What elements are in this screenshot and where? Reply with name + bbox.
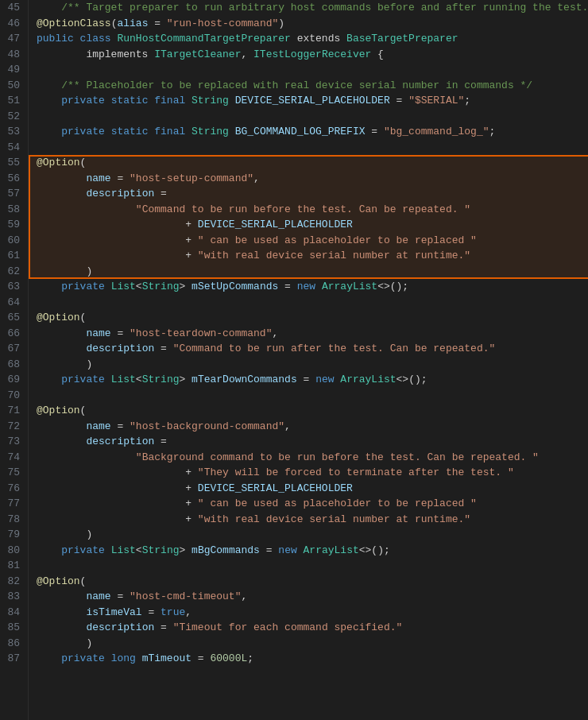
line-number: 57 [5, 186, 20, 202]
code-line: + "with real device serial number at run… [29, 248, 588, 264]
code-line: description = [37, 434, 588, 450]
line-number: 78 [5, 512, 20, 528]
line-number: 51 [5, 93, 20, 109]
line-number: 45 [5, 0, 20, 16]
code-editor: 4546474849505152535455565758596061626364… [0, 0, 588, 720]
line-number: 53 [5, 124, 20, 140]
line-numbers: 4546474849505152535455565758596061626364… [0, 0, 29, 720]
code-line: implements ITargetCleaner, ITestLoggerRe… [37, 47, 588, 63]
code-line: + "with real device serial number at run… [37, 512, 588, 528]
line-number: 72 [5, 419, 20, 435]
line-number: 48 [5, 47, 20, 63]
code-line: @Option( [37, 574, 588, 590]
line-number: 49 [5, 62, 20, 78]
line-number: 47 [5, 31, 20, 47]
line-number: 71 [5, 403, 20, 419]
code-line: ) [37, 357, 588, 373]
line-number: 77 [5, 496, 20, 512]
code-line: + DEVICE_SERIAL_PLACEHOLDER [37, 481, 588, 497]
code-line: name = "host-setup-command", [29, 171, 588, 187]
line-number: 86 [5, 636, 20, 652]
line-number: 75 [5, 465, 20, 481]
line-number: 67 [5, 341, 20, 357]
code-line: public class RunHostCommandTargetPrepare… [37, 31, 588, 47]
line-number: 52 [5, 109, 20, 125]
code-line: description = [29, 186, 588, 202]
line-number: 46 [5, 16, 20, 32]
code-line: @Option( [37, 310, 588, 326]
line-number: 56 [5, 171, 20, 187]
line-number: 74 [5, 450, 20, 466]
code-line: description = "Timeout for each command … [37, 620, 588, 636]
line-number: 70 [5, 388, 20, 404]
code-content[interactable]: /** Target preparer to run arbitrary hos… [29, 0, 588, 720]
code-line: private static final String DEVICE_SERIA… [37, 93, 588, 109]
code-line: + DEVICE_SERIAL_PLACEHOLDER [29, 217, 588, 233]
code-line: + " can be used as placeholder to be rep… [37, 496, 588, 512]
line-number: 83 [5, 589, 20, 605]
line-number: 87 [5, 651, 20, 667]
line-number: 60 [5, 233, 20, 249]
code-line: private List<String> mBgCommands = new A… [37, 543, 588, 559]
code-line: private List<String> mSetUpCommands = ne… [37, 279, 588, 295]
line-number: 55 [5, 155, 20, 171]
code-line: /** Placeholder to be replaced with real… [37, 78, 588, 94]
line-number: 63 [5, 279, 20, 295]
code-line: + "They will be forced to terminate afte… [37, 465, 588, 481]
code-line: @Option( [37, 403, 588, 419]
code-line: @Option( [29, 155, 588, 171]
line-number: 54 [5, 140, 20, 156]
line-number: 79 [5, 527, 20, 543]
line-number: 62 [5, 264, 20, 280]
code-line: @OptionClass(alias = "run-host-command") [37, 16, 588, 32]
code-line: /** Target preparer to run arbitrary hos… [37, 0, 588, 16]
code-line: "Background command to be run before the… [37, 450, 588, 466]
line-number: 64 [5, 295, 20, 311]
code-line: name = "host-teardown-command", [37, 326, 588, 342]
line-number: 58 [5, 202, 20, 218]
code-line: private long mTimeout = 60000L; [37, 651, 588, 667]
line-number: 61 [5, 248, 20, 264]
code-line: ) [37, 636, 588, 652]
line-number: 59 [5, 217, 20, 233]
code-line [37, 558, 588, 574]
line-number: 82 [5, 574, 20, 590]
code-line [37, 388, 588, 404]
line-number: 85 [5, 620, 20, 636]
code-line: description = "Command to be run after t… [37, 341, 588, 357]
line-number: 81 [5, 558, 20, 574]
code-line: + " can be used as placeholder to be rep… [29, 233, 588, 249]
line-number: 80 [5, 543, 20, 559]
code-line: ) [37, 527, 588, 543]
line-number: 69 [5, 372, 20, 388]
line-number: 66 [5, 326, 20, 342]
line-number: 76 [5, 481, 20, 497]
code-line: "Command to be run before the test. Can … [29, 202, 588, 218]
line-number: 73 [5, 434, 20, 450]
code-line [37, 62, 588, 78]
code-line: name = "host-cmd-timeout", [37, 589, 588, 605]
line-number: 84 [5, 605, 20, 621]
code-line [37, 295, 588, 311]
code-line: isTimeVal = true, [37, 605, 588, 621]
code-line: private static final String BG_COMMAND_L… [37, 124, 588, 140]
line-number: 65 [5, 310, 20, 326]
code-line: ) [29, 264, 588, 280]
line-number: 50 [5, 78, 20, 94]
line-number: 68 [5, 357, 20, 373]
code-line: name = "host-background-command", [37, 419, 588, 435]
code-line: private List<String> mTearDownCommands =… [37, 372, 588, 388]
code-line [37, 109, 588, 125]
code-line [37, 140, 588, 156]
